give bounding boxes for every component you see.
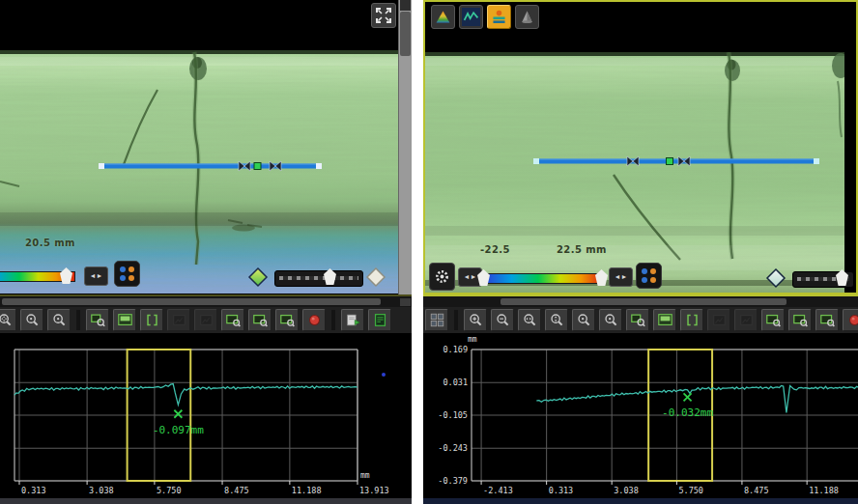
expand-view-button[interactable] [371, 3, 396, 28]
tool-disabled-1-icon[interactable] [167, 309, 190, 331]
save-report-icon[interactable] [368, 309, 391, 331]
layer-diamond-icon-2[interactable] [365, 266, 386, 288]
measure-window-2-icon[interactable] [788, 309, 812, 331]
height-scale-min-label: -22.5 [480, 244, 510, 255]
height-view-icon[interactable] [431, 5, 455, 29]
set-range-icon[interactable] [140, 309, 163, 331]
tool-disabled-2-icon[interactable] [194, 309, 217, 331]
zoom-prev-icon[interactable] [572, 309, 595, 331]
app-window: 20.5 mm ◄► [0, 0, 858, 504]
height-scale-label: 20.5 mm [25, 238, 75, 248]
zoom-vertical-icon[interactable] [545, 309, 568, 331]
export-data-icon[interactable] [341, 309, 364, 331]
layout-dots-button[interactable] [636, 263, 662, 289]
scrollbar-thumb[interactable] [500, 298, 786, 305]
set-range-icon[interactable] [680, 309, 703, 331]
record-icon[interactable] [302, 309, 326, 331]
axis-unit-label: mm [468, 335, 477, 344]
scrollbar-thumb[interactable] [400, 12, 411, 56]
y-tick-label: 0.031 [443, 378, 468, 387]
line-endpoint[interactable] [533, 158, 539, 164]
y-tick-label: -0.105 [438, 410, 468, 420]
record-icon[interactable] [843, 309, 858, 331]
tool-disabled-1-icon[interactable] [707, 309, 730, 331]
zoom-next-icon[interactable] [47, 309, 71, 331]
scale-fit-button[interactable]: ◄► [84, 266, 108, 286]
arrows-icon: ◄► [615, 273, 628, 280]
expand-icon [374, 6, 393, 25]
dot-icon [129, 266, 134, 272]
line-endpoint[interactable] [814, 158, 819, 164]
right-toolbar [423, 307, 858, 333]
measure-window-1-icon[interactable] [761, 309, 785, 331]
dot-icon [650, 268, 656, 274]
texture-view-icon[interactable] [515, 5, 539, 29]
dot-icon [120, 266, 126, 272]
zoom-in-icon[interactable] [464, 309, 487, 331]
y-tick-label: -0.243 [438, 443, 468, 453]
color-scale-bar[interactable] [485, 273, 603, 284]
dot-icon [650, 277, 656, 283]
settings-button[interactable] [429, 263, 455, 291]
scrollbar-thumb[interactable] [2, 298, 381, 305]
x-tick-label: 11.188 [292, 486, 322, 495]
measure-window-3-icon[interactable] [275, 309, 299, 331]
left-horizontal-scrollbar[interactable] [0, 294, 412, 307]
x-tick-label: 0.313 [21, 486, 46, 495]
line-center-marker[interactable] [254, 163, 261, 170]
layer-diamond-icon[interactable] [247, 266, 269, 288]
measure-window-2-icon[interactable] [248, 309, 272, 331]
dot-icon [642, 268, 647, 274]
y-tick-label: 0.169 [443, 345, 468, 354]
view-mode-toolbar [431, 5, 539, 29]
left-vertical-scrollbar[interactable] [398, 0, 412, 294]
x-tick-label: 8.475 [744, 486, 769, 495]
line-center-marker[interactable] [667, 158, 673, 165]
capture-image-icon[interactable] [653, 309, 676, 331]
zoom-next-icon[interactable] [599, 309, 622, 331]
right-image-viewer: ◄► -22.5 22.5 mm ◄► [423, 0, 858, 294]
tool-disabled-2-icon[interactable] [734, 309, 758, 331]
measurement-label: -0.032mm [662, 406, 713, 419]
capture-image-icon[interactable] [113, 309, 136, 331]
x-tick-label: 13.913 [359, 486, 389, 495]
zoom-region-icon[interactable] [86, 309, 109, 331]
dot-icon [642, 277, 647, 283]
gear-icon [433, 267, 451, 286]
layer-view-icon[interactable] [487, 5, 511, 29]
x-tick-label: 8.475 [224, 486, 249, 495]
x-tick-label: 11.188 [809, 486, 839, 495]
blend-slider-handle[interactable] [324, 268, 336, 285]
height-scale-max-label: 22.5 mm [557, 244, 607, 255]
blend-slider-handle[interactable] [836, 269, 848, 286]
layer-diamond-icon[interactable] [765, 267, 786, 289]
blend-slider[interactable] [792, 271, 854, 288]
x-tick-label: -2.413 [483, 486, 513, 495]
zoom-prev-icon[interactable] [20, 309, 43, 331]
measure-window-1-icon[interactable] [221, 309, 244, 331]
line-endpoint[interactable] [99, 163, 104, 169]
line-endpoint[interactable] [316, 163, 322, 169]
dot-icon [129, 275, 134, 281]
left-measurement-panel: 20.5 mm ◄► [0, 0, 412, 504]
measure-window-3-icon[interactable] [815, 309, 839, 331]
zoom-region-icon[interactable] [626, 309, 649, 331]
arrows-icon: ◄► [90, 272, 103, 279]
scale-fit-button[interactable]: ◄► [609, 267, 633, 287]
layout-dots-button[interactable] [114, 261, 140, 287]
profile-view-icon[interactable] [459, 5, 483, 29]
blend-slider[interactable] [274, 270, 363, 287]
left-toolbar [0, 307, 412, 333]
toolbar-separator [454, 310, 458, 330]
tile-view-icon[interactable] [425, 309, 448, 331]
dot-icon [120, 275, 126, 281]
right-surface-image [425, 52, 844, 294]
left-profile-chart: -0.097mm0.3133.0385.7508.47511.18813.913… [0, 333, 412, 504]
right-profile-chart: -0.032mm-2.4130.3133.0385.7508.47511.188… [423, 333, 858, 504]
zoom-out-icon[interactable] [491, 309, 514, 331]
zoom-horizontal-icon[interactable] [518, 309, 541, 331]
measurement-label: -0.097mm [153, 424, 204, 436]
right-horizontal-scrollbar[interactable] [423, 294, 858, 307]
y-tick-label: -0.379 [438, 476, 468, 486]
zoom-pan-icon[interactable] [0, 309, 16, 331]
